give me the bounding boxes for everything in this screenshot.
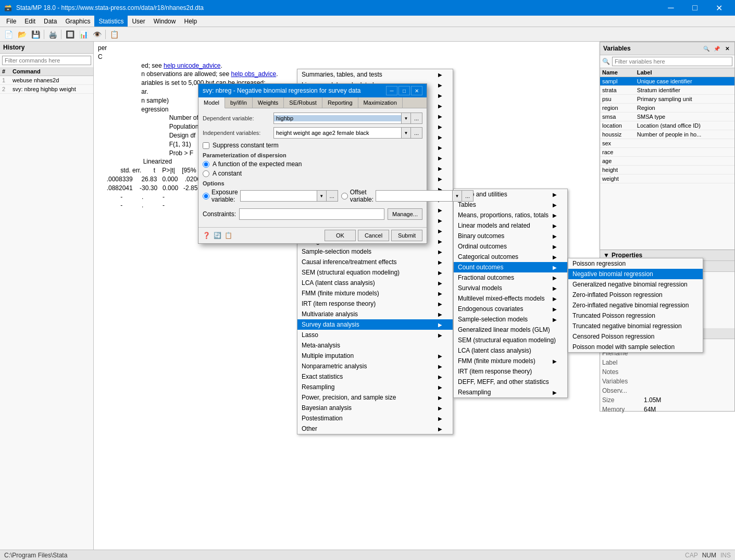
stats-menu-item-21[interactable]: FMM (finite mixture models)▶ <box>297 288 453 298</box>
count-menu-item-8[interactable]: Poisson model with sample selection <box>568 342 703 352</box>
data-editor-button[interactable]: 🔲 <box>64 29 76 40</box>
count-menu-item-3[interactable]: Zero-inflated Poisson regression <box>568 290 703 300</box>
survey-menu-item-6[interactable]: Categorical outcomes▶ <box>454 252 567 262</box>
count-menu-item-4[interactable]: Zero-inflated negative binomial regressi… <box>568 300 703 310</box>
dialog-close-button[interactable]: ✕ <box>411 86 422 95</box>
count-menu-item-1[interactable]: Negative binomial regression <box>568 269 703 279</box>
var-row-10[interactable]: height <box>600 166 734 175</box>
print-button[interactable]: 🖨️ <box>46 29 59 40</box>
exposure-input[interactable] <box>241 193 317 199</box>
menu-user[interactable]: User <box>128 16 149 27</box>
save-button[interactable]: 💾 <box>29 29 42 40</box>
dialog-tab-weights[interactable]: Weights <box>253 97 284 108</box>
stats-menu-item-32[interactable]: Bayesian analysis▶ <box>297 403 453 413</box>
var-row-6[interactable]: houssizNumber of people in ho... <box>600 130 734 139</box>
survey-menu-item-2[interactable]: Means, proportions, ratios, totals▶ <box>454 210 567 220</box>
variables-close-icon[interactable]: ✕ <box>723 44 731 53</box>
exposure-radio[interactable] <box>203 193 209 200</box>
unicode-advice-link[interactable]: help unicode_advice <box>164 62 220 69</box>
survey-menu-item-18[interactable]: DEFF, MEFF, and other statistics <box>454 377 567 387</box>
cancel-button[interactable]: Cancel <box>358 230 389 241</box>
var-row-9[interactable]: age <box>600 157 734 166</box>
offset-radio[interactable] <box>341 193 348 200</box>
dialog-tab-maximization[interactable]: Maximization <box>358 97 403 108</box>
constraints-select[interactable] <box>239 208 384 220</box>
survey-menu-item-14[interactable]: SEM (structural equation modeling) <box>454 335 567 345</box>
stats-menu-item-23[interactable]: Multivariate analysis▶ <box>297 309 453 319</box>
count-menu-item-0[interactable]: Poisson regression <box>568 258 703 269</box>
stats-menu-item-17[interactable]: Sample-selection models▶ <box>297 246 453 257</box>
var-row-5[interactable]: locationLocation (stand office ID) <box>600 121 734 130</box>
var-row-2[interactable]: psuPrimary sampling unit <box>600 95 734 104</box>
menu-statistics[interactable]: Statistics <box>94 16 128 27</box>
survey-menu-item-7[interactable]: Count outcomes▶ <box>454 262 567 272</box>
ok-button[interactable]: OK <box>325 230 356 241</box>
dep-var-input[interactable] <box>274 115 401 121</box>
survey-menu-item-15[interactable]: LCA (latent class analysis) <box>454 345 567 356</box>
history-row-1[interactable]: 1 webuse nhanes2d <box>0 76 93 85</box>
offset-ellipsis-button[interactable]: ... <box>462 191 473 201</box>
variables-filter-icon[interactable]: 🔍 <box>702 44 711 53</box>
log-button[interactable]: 📋 <box>108 29 120 40</box>
survey-menu-item-4[interactable]: Binary outcomes▶ <box>454 231 567 241</box>
stats-menu-item-0[interactable]: Summaries, tables, and tests▶ <box>297 69 453 80</box>
var-row-4[interactable]: smsaSMSA type <box>600 113 734 121</box>
stats-menu-item-24[interactable]: Survey data analysis▶ <box>297 319 453 330</box>
history-row-2[interactable]: 2 svy: nbreg highbp weight <box>0 85 93 94</box>
stats-menu-item-26[interactable]: Meta-analysis <box>297 340 453 351</box>
suppress-constant-checkbox[interactable] <box>203 142 209 149</box>
survey-menu-item-5[interactable]: Ordinal outcomes▶ <box>454 241 567 252</box>
history-filter-input[interactable] <box>2 56 91 65</box>
survey-menu-item-11[interactable]: Endogenous covariates▶ <box>454 304 567 314</box>
dialog-tab-serobust[interactable]: SE/Robust <box>284 97 322 108</box>
stats-menu-item-30[interactable]: Resampling▶ <box>297 382 453 392</box>
stats-menu-item-27[interactable]: Multiple imputation▶ <box>297 351 453 361</box>
help-icon[interactable]: ❓ <box>203 232 210 239</box>
indep-var-ellipsis-button[interactable]: ... <box>410 128 422 138</box>
stats-menu-item-22[interactable]: IRT (item response theory)▶ <box>297 298 453 309</box>
indep-var-input[interactable] <box>274 130 401 136</box>
survey-menu-item-8[interactable]: Fractional outcomes▶ <box>454 272 567 283</box>
obs-advice-link[interactable]: help obs_advice <box>231 70 276 78</box>
var-row-0[interactable]: samplUnique case identifier <box>600 77 734 86</box>
survey-menu-item-16[interactable]: FMM (finite mixture models)▶ <box>454 356 567 366</box>
survey-menu-item-17[interactable]: IRT (item response theory) <box>454 366 567 377</box>
menu-file[interactable]: File <box>2 16 20 27</box>
stats-menu-item-20[interactable]: LCA (latent class analysis)▶ <box>297 278 453 288</box>
refresh-icon[interactable]: 🔄 <box>214 232 221 239</box>
new-button[interactable]: 📄 <box>2 29 15 40</box>
dep-var-dropdown-arrow[interactable]: ▼ <box>401 113 410 123</box>
minimize-button[interactable]: ─ <box>659 0 683 16</box>
viewer-button[interactable]: 👁️ <box>91 29 103 40</box>
stats-menu-item-33[interactable]: Postestimation▶ <box>297 413 453 424</box>
survey-menu-item-10[interactable]: Multilevel mixed-effects models▶ <box>454 293 567 304</box>
indep-var-dropdown-arrow[interactable]: ▼ <box>401 128 410 138</box>
var-row-1[interactable]: strataStratum identifier <box>600 86 734 95</box>
dialog-tab-byifin[interactable]: by/if/in <box>225 97 253 108</box>
open-button[interactable]: 📂 <box>16 29 28 40</box>
menu-edit[interactable]: Edit <box>20 16 40 27</box>
menu-graphics[interactable]: Graphics <box>61 16 94 27</box>
dialog-maximize-button[interactable]: □ <box>398 86 410 95</box>
var-row-3[interactable]: regionRegion <box>600 104 734 113</box>
offset-input[interactable] <box>376 193 452 199</box>
survey-menu-item-19[interactable]: Resampling▶ <box>454 387 567 397</box>
menu-data[interactable]: Data <box>40 16 61 27</box>
exposure-dropdown-arrow[interactable]: ▼ <box>317 191 326 201</box>
stats-menu-item-28[interactable]: Nonparametric analysis▶ <box>297 361 453 371</box>
dialog-minimize-button[interactable]: ─ <box>386 86 397 95</box>
menu-window[interactable]: Window <box>150 16 180 27</box>
param-option2-radio[interactable] <box>203 170 209 177</box>
manage-button[interactable]: Manage... <box>388 208 422 220</box>
stats-menu-item-29[interactable]: Exact statistics▶ <box>297 371 453 382</box>
stats-menu-item-19[interactable]: SEM (structural equation modeling)▶ <box>297 267 453 278</box>
exposure-ellipsis-button[interactable]: ... <box>326 191 338 201</box>
var-row-8[interactable]: race <box>600 148 734 157</box>
stats-menu-item-25[interactable]: Lasso▶ <box>297 330 453 340</box>
variables-pin-icon[interactable]: 📌 <box>713 44 721 53</box>
survey-menu-item-12[interactable]: Sample-selection models▶ <box>454 314 567 325</box>
offset-dropdown-arrow[interactable]: ▼ <box>452 191 462 201</box>
dialog-tab-reporting[interactable]: Reporting <box>322 97 358 108</box>
variables-filter-input[interactable] <box>612 57 732 66</box>
copy-icon[interactable]: 📋 <box>225 232 232 239</box>
